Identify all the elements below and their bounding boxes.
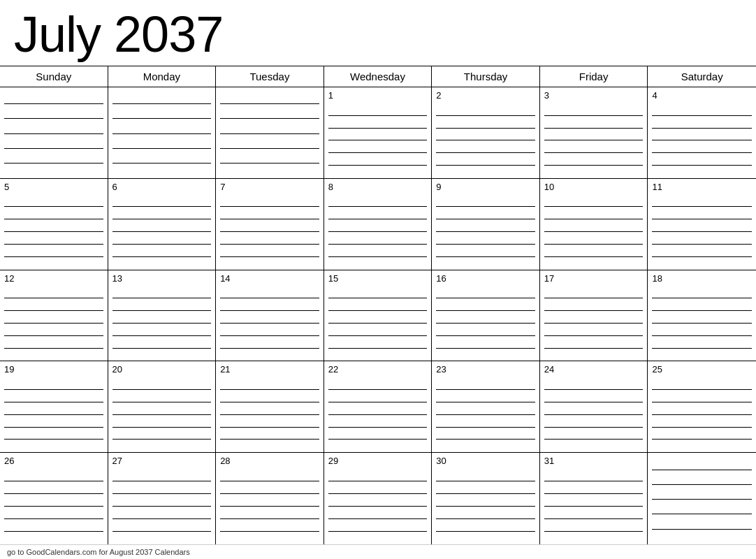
cell-line-1-6-0	[652, 206, 752, 207]
calendar-cell-1-5[interactable]: 10	[540, 179, 648, 270]
cell-line-0-6-3	[652, 152, 752, 153]
calendar-cell-0-2[interactable]	[216, 87, 324, 178]
day-header-sunday: Sunday	[0, 66, 108, 87]
calendar-cell-2-1[interactable]: 13	[108, 270, 217, 361]
calendar-cell-3-2[interactable]: 21	[216, 361, 324, 452]
calendar-cell-2-3[interactable]: 15	[324, 270, 432, 361]
calendar-cell-3-4[interactable]: 23	[432, 361, 540, 452]
calendar-cell-4-1[interactable]: 27	[108, 453, 217, 544]
calendar-cell-4-3[interactable]: 29	[324, 453, 432, 544]
cell-line-3-0-1	[4, 402, 103, 402]
cell-line-0-2-1	[220, 118, 319, 119]
cell-line-4-3-4	[328, 531, 428, 532]
calendar-cell-0-3[interactable]: 1	[324, 87, 432, 178]
calendar-cell-0-1[interactable]	[108, 87, 217, 178]
week-row-1: 1234	[0, 87, 756, 179]
cell-line-0-0-2	[4, 133, 103, 134]
calendar-container: SundayMondayTuesdayWednesdayThursdayFrid…	[0, 66, 756, 544]
cell-lines-0-0	[4, 90, 103, 175]
calendar-cell-3-6[interactable]: 25	[648, 361, 756, 452]
calendar-cell-3-0[interactable]: 19	[0, 361, 108, 452]
cell-line-3-1-4	[112, 439, 212, 440]
cell-line-1-3-0	[328, 206, 428, 207]
cell-lines-1-3	[328, 196, 428, 267]
calendar-cell-3-3[interactable]: 22	[324, 361, 432, 452]
calendar-cell-0-4[interactable]: 2	[432, 87, 540, 178]
cell-date-2: 2	[436, 90, 535, 101]
cell-line-0-3-1	[328, 128, 428, 129]
cell-line-3-2-2	[220, 414, 319, 415]
footer-text: go to GoodCalendars.com for August 2037 …	[0, 544, 756, 559]
calendar-cell-2-4[interactable]: 16	[432, 270, 540, 361]
cell-line-1-4-2	[436, 231, 535, 232]
cell-line-2-4-4	[436, 348, 535, 349]
calendar-cell-1-1[interactable]: 6	[108, 179, 217, 270]
cell-line-1-1-0	[112, 206, 212, 207]
cell-date-30: 30	[436, 456, 535, 467]
cell-lines-4-4	[436, 470, 535, 542]
cell-lines-1-0	[4, 196, 103, 267]
day-header-thursday: Thursday	[432, 66, 540, 87]
calendar-cell-1-6[interactable]: 11	[648, 179, 756, 270]
cell-date-17: 17	[544, 273, 644, 284]
cell-line-3-1-0	[112, 389, 212, 390]
cell-lines-1-2	[220, 196, 319, 267]
cell-line-0-5-0	[544, 115, 644, 116]
cell-line-4-4-0	[436, 481, 535, 481]
calendar-cell-1-4[interactable]: 9	[432, 179, 540, 270]
cell-lines-4-1	[112, 470, 212, 542]
cell-lines-3-2	[220, 378, 319, 449]
calendar-cell-2-2[interactable]: 14	[216, 270, 324, 361]
cell-lines-3-1	[112, 378, 212, 449]
cell-lines-1-5	[544, 196, 644, 267]
cell-line-3-0-4	[4, 439, 103, 440]
cell-lines-3-3	[328, 378, 428, 449]
calendar-cell-2-6[interactable]: 18	[648, 270, 756, 361]
cell-lines-1-1	[112, 196, 212, 267]
cell-line-0-2-2	[220, 133, 319, 134]
calendar-cell-4-5[interactable]: 31	[540, 453, 648, 544]
cell-line-0-4-3	[436, 152, 535, 153]
cell-lines-0-2	[220, 90, 319, 175]
calendar-cell-0-5[interactable]: 3	[540, 87, 648, 178]
calendar-cell-0-0[interactable]	[0, 87, 108, 178]
week-row-3: 12131415161718	[0, 270, 756, 362]
cell-date-26: 26	[4, 456, 103, 467]
calendar-cell-2-5[interactable]: 17	[540, 270, 648, 361]
calendar-cell-1-2[interactable]: 7	[216, 179, 324, 270]
cell-line-3-3-0	[328, 389, 428, 390]
cell-line-1-0-2	[4, 231, 103, 232]
calendar-cell-2-0[interactable]: 12	[0, 270, 108, 361]
cell-line-4-2-3	[220, 518, 319, 519]
cell-line-3-5-3	[544, 427, 644, 428]
calendar-cell-4-2[interactable]: 28	[216, 453, 324, 544]
cell-line-1-4-1	[436, 219, 535, 219]
calendar-cell-4-4[interactable]: 30	[432, 453, 540, 544]
week-row-4: 19202122232425	[0, 361, 756, 453]
cell-line-2-6-4	[652, 348, 752, 349]
cell-line-4-2-4	[220, 531, 319, 532]
cell-line-3-2-3	[220, 427, 319, 428]
calendar-cell-4-6[interactable]	[648, 453, 756, 544]
cell-line-3-5-0	[544, 389, 644, 390]
cell-line-4-2-2	[220, 506, 319, 507]
calendar-cell-1-3[interactable]: 8	[324, 179, 432, 270]
cell-line-2-1-3	[112, 335, 212, 336]
cell-line-4-2-0	[220, 481, 319, 481]
cell-lines-3-5	[544, 378, 644, 449]
calendar-cell-3-5[interactable]: 24	[540, 361, 648, 452]
cell-lines-0-1	[112, 90, 212, 175]
calendar-cell-3-1[interactable]: 20	[108, 361, 217, 452]
calendar-cell-1-0[interactable]: 5	[0, 179, 108, 270]
cell-line-2-1-4	[112, 348, 212, 349]
cell-line-2-6-2	[652, 323, 752, 324]
calendar-title: July 2037	[0, 0, 756, 66]
calendar-cell-4-0[interactable]: 26	[0, 453, 108, 544]
cell-date-13: 13	[112, 273, 212, 284]
cell-line-4-2-1	[220, 493, 319, 494]
cell-line-1-0-3	[4, 244, 103, 245]
cell-date-27: 27	[112, 456, 212, 467]
cell-lines-1-4	[436, 196, 535, 267]
cell-line-2-5-4	[544, 348, 644, 349]
calendar-cell-0-6[interactable]: 4	[648, 87, 756, 178]
